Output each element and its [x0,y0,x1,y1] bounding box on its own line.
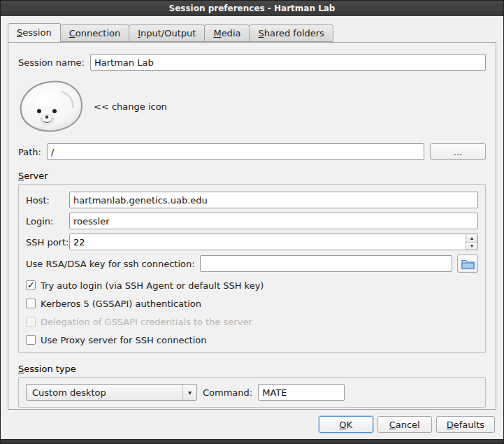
ok-button-label: OK [339,420,352,430]
login-input[interactable] [69,213,478,229]
proxy-checkbox[interactable]: Use Proxy server for SSH connection [26,334,478,345]
command-input[interactable] [258,384,345,401]
server-group: Host: Login: SSH port: ▴ ▾ [18,184,486,353]
tab-bar: Session Connection Input/Output Media Sh… [8,24,496,42]
checkbox-box [26,280,36,290]
spin-buttons: ▴ ▾ [466,234,477,250]
tab-input-output[interactable]: Input/Output [129,24,205,42]
login-label: Login: [26,216,69,227]
spin-down-icon[interactable]: ▾ [466,243,477,250]
seal-icon [18,79,84,134]
proxy-label: Use Proxy server for SSH connection [41,335,207,345]
tab-input-output-label: Input/Output [138,28,196,38]
spin-up-icon[interactable]: ▴ [466,234,477,243]
server-group-title: Server [18,170,48,182]
checkbox-box [26,335,36,345]
cancel-button-label: Cancel [389,420,420,430]
change-icon-label: << change icon [94,101,167,112]
window-title: Session preferences - Hartman Lab [169,3,336,13]
session-preferences-window: Session preferences - Hartman Lab Sessio… [0,0,504,444]
rsa-key-input[interactable] [200,255,452,272]
tab-connection[interactable]: Connection [60,24,130,42]
ssh-port-spinbox: ▴ ▾ [69,234,478,250]
session-name-label: Session name: [18,57,85,68]
rsa-key-label: Use RSA/DSA key for ssh connection: [26,259,195,269]
defaults-button[interactable]: Defaults [436,416,495,433]
command-label: Command: [203,387,252,398]
kerberos-label: Kerberos 5 (GSSAPI) authentication [41,299,201,309]
tab-session[interactable]: Session [8,23,61,43]
cancel-button[interactable]: Cancel [377,416,432,433]
rsa-key-browse-button[interactable] [457,255,478,273]
chevron-down-icon: ▾ [182,385,196,400]
tab-session-label: Session [17,27,52,38]
session-name-input[interactable] [90,54,486,71]
session-type-dropdown[interactable]: Custom desktop ▾ [26,384,197,401]
path-browse-button[interactable]: ... [430,143,486,160]
dialog-body: Session Connection Input/Output Media Sh… [1,16,503,439]
host-label: Host: [26,195,69,206]
tab-media-label: Media [213,28,240,38]
session-type-group-title: Session type [18,363,76,375]
checkbox-box [26,299,36,308]
tab-shared-folders[interactable]: Shared folders [249,24,333,42]
defaults-button-label: Defaults [447,420,484,430]
window-bottom-edge [1,439,503,443]
tab-shared-folders-label: Shared folders [258,28,324,38]
auto-login-label: Try auto login (via SSH Agent or default… [41,280,264,291]
kerberos-checkbox[interactable]: Kerberos 5 (GSSAPI) authentication [26,298,478,309]
ssh-port-input[interactable] [70,234,466,250]
session-type-group: Custom desktop ▾ Command: [18,377,486,408]
tab-connection-label: Connection [69,28,121,38]
session-type-value: Custom desktop [32,387,182,398]
session-tab-panel: Session name: [8,42,496,410]
host-input[interactable] [69,192,478,208]
folder-icon [461,259,475,269]
ok-button[interactable]: OK [319,416,373,433]
checkbox-box [26,317,36,327]
gssapi-delegation-checkbox: Delegation of GSSAPI credentials to the … [26,316,478,327]
path-label: Path: [18,147,41,157]
auto-login-checkbox[interactable]: Try auto login (via SSH Agent or default… [26,280,478,291]
tab-media[interactable]: Media [204,24,250,42]
session-icon-button[interactable] [18,79,84,134]
button-box: OK Cancel Defaults [8,410,496,439]
ssh-port-label: SSH port: [26,237,69,248]
gssapi-delegation-label: Delegation of GSSAPI credentials to the … [41,317,252,327]
path-input[interactable] [47,143,424,160]
titlebar[interactable]: Session preferences - Hartman Lab [1,1,503,16]
